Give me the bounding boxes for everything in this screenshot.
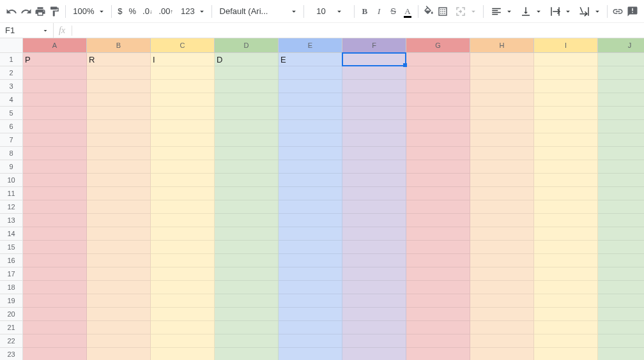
cell[interactable] — [23, 227, 87, 241]
cell[interactable] — [23, 107, 87, 120]
cell[interactable] — [215, 80, 279, 93]
cell[interactable] — [342, 80, 406, 93]
cell[interactable] — [534, 334, 598, 348]
cell[interactable] — [342, 348, 406, 360]
cell[interactable] — [598, 200, 644, 214]
row-header[interactable]: 4 — [0, 93, 23, 107]
cell[interactable] — [151, 200, 215, 214]
merge-cells-dropdown[interactable] — [451, 3, 479, 20]
cell[interactable] — [87, 120, 151, 133]
cell[interactable] — [23, 80, 87, 93]
cell[interactable] — [279, 334, 342, 348]
cell[interactable] — [342, 93, 406, 107]
cell[interactable] — [598, 334, 644, 348]
cell[interactable] — [215, 120, 279, 133]
row-header[interactable]: 9 — [0, 160, 23, 174]
cell[interactable] — [23, 174, 87, 187]
select-all-corner[interactable] — [0, 38, 23, 53]
row-header[interactable]: 3 — [0, 80, 23, 93]
row-header[interactable]: 8 — [0, 147, 23, 160]
cell[interactable] — [598, 53, 644, 66]
cell[interactable] — [406, 214, 470, 227]
cell[interactable] — [598, 160, 644, 174]
font-size-dropdown[interactable]: 10 — [307, 3, 349, 20]
cell[interactable] — [23, 160, 87, 174]
cell[interactable] — [342, 66, 406, 80]
cell[interactable] — [534, 321, 598, 334]
cell[interactable] — [151, 80, 215, 93]
cell[interactable] — [23, 254, 87, 267]
row-header[interactable]: 20 — [0, 308, 23, 321]
cell[interactable] — [342, 160, 406, 174]
row-header[interactable]: 6 — [0, 120, 23, 133]
cell[interactable] — [23, 93, 87, 107]
cell[interactable] — [534, 66, 598, 80]
cell[interactable] — [470, 214, 534, 227]
cell[interactable] — [598, 321, 644, 334]
print-button[interactable] — [34, 3, 47, 20]
borders-button[interactable] — [436, 3, 449, 20]
cell[interactable] — [406, 348, 470, 360]
cell[interactable] — [534, 187, 598, 200]
cell[interactable] — [87, 241, 151, 254]
column-header[interactable]: E — [279, 38, 342, 53]
cell[interactable] — [151, 93, 215, 107]
cell[interactable] — [151, 281, 215, 294]
cell[interactable] — [151, 120, 215, 133]
cell[interactable] — [151, 187, 215, 200]
cell[interactable] — [279, 174, 342, 187]
cell[interactable] — [342, 107, 406, 120]
cell[interactable] — [279, 66, 342, 80]
cell[interactable] — [279, 93, 342, 107]
cell[interactable] — [215, 93, 279, 107]
cell[interactable] — [406, 334, 470, 348]
cell[interactable] — [406, 133, 470, 147]
cell[interactable] — [151, 174, 215, 187]
cell[interactable] — [151, 308, 215, 321]
cell[interactable] — [534, 281, 598, 294]
row-header[interactable]: 1 — [0, 53, 23, 66]
cell[interactable] — [151, 254, 215, 267]
cell[interactable] — [470, 66, 534, 80]
cell[interactable] — [598, 308, 644, 321]
cell[interactable] — [534, 107, 598, 120]
cell[interactable] — [342, 227, 406, 241]
column-header[interactable]: J — [598, 38, 644, 53]
cell[interactable] — [534, 120, 598, 133]
cell[interactable] — [598, 133, 644, 147]
cell[interactable] — [406, 120, 470, 133]
row-header[interactable]: 15 — [0, 241, 23, 254]
cell[interactable] — [151, 160, 215, 174]
cell[interactable] — [534, 160, 598, 174]
cell[interactable] — [23, 147, 87, 160]
cell[interactable] — [151, 321, 215, 334]
cell[interactable] — [151, 267, 215, 281]
decrease-decimal-button[interactable]: .0↓ — [140, 3, 155, 20]
cell[interactable] — [87, 160, 151, 174]
cell[interactable] — [87, 254, 151, 267]
cell[interactable] — [406, 174, 470, 187]
row-header[interactable]: 13 — [0, 214, 23, 227]
cell[interactable] — [215, 174, 279, 187]
row-header[interactable]: 11 — [0, 187, 23, 200]
cell[interactable] — [406, 200, 470, 214]
cell[interactable] — [406, 93, 470, 107]
cell[interactable] — [470, 241, 534, 254]
cell[interactable] — [23, 308, 87, 321]
cell[interactable] — [342, 214, 406, 227]
cell[interactable] — [87, 281, 151, 294]
name-box[interactable]: F1 — [0, 23, 54, 38]
cell[interactable] — [215, 227, 279, 241]
row-header[interactable]: 10 — [0, 174, 23, 187]
row-header[interactable]: 7 — [0, 133, 23, 147]
cell[interactable] — [279, 308, 342, 321]
row-header[interactable]: 21 — [0, 321, 23, 334]
cell[interactable] — [342, 308, 406, 321]
cell[interactable] — [279, 120, 342, 133]
cell[interactable] — [87, 66, 151, 80]
format-percent-button[interactable]: % — [126, 3, 139, 20]
cell[interactable] — [279, 160, 342, 174]
cell[interactable] — [342, 241, 406, 254]
cell[interactable]: P — [23, 53, 87, 66]
cell[interactable] — [215, 321, 279, 334]
